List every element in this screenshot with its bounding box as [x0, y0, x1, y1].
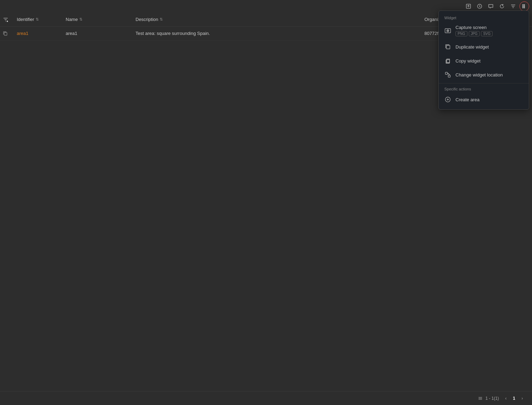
identifier-sort-icon: ⇅ — [36, 17, 39, 22]
row-copy-icon[interactable] — [3, 31, 17, 36]
capture-screen-label: Capture screen — [456, 25, 493, 30]
next-page-button[interactable]: › — [518, 394, 526, 403]
widget-section-label: Widget — [439, 14, 529, 21]
create-area-item[interactable]: Create area — [439, 93, 529, 106]
change-widget-location-icon — [444, 71, 451, 78]
row-name: area1 — [66, 31, 136, 36]
svg-rect-13 — [446, 45, 450, 49]
refresh-icon[interactable] — [497, 1, 507, 11]
svg-rect-9 — [4, 32, 7, 35]
png-badge: PNG — [456, 31, 467, 36]
duplicate-widget-item[interactable]: Duplicate widget — [439, 40, 529, 54]
name-label: Name — [66, 17, 78, 22]
prev-page-button[interactable]: ‹ — [502, 394, 510, 403]
pagination-rows-icon — [478, 396, 483, 401]
pagination-bar: 1 - 1(1) ‹ 1 › — [0, 391, 532, 405]
svg-point-12 — [447, 30, 448, 31]
current-page: 1 — [513, 396, 515, 401]
svg-point-7 — [524, 7, 525, 8]
filter-column-header[interactable] — [3, 17, 17, 22]
description-column-header[interactable]: Description ⇅ — [136, 17, 424, 22]
create-area-icon — [444, 96, 451, 103]
svg-point-2 — [523, 5, 523, 5]
specific-actions-label: Specific actions — [439, 85, 529, 93]
identifier-column-header[interactable]: Identifier ⇅ — [17, 17, 66, 22]
duplicate-widget-icon — [444, 43, 451, 50]
copy-widget-label: Copy widget — [456, 58, 481, 64]
create-area-label: Create area — [456, 97, 480, 102]
change-widget-location-label: Change widget location — [456, 72, 503, 78]
row-description: Test area: square surrounding Spain. — [136, 31, 424, 36]
row-identifier[interactable]: area1 — [17, 31, 66, 36]
copy-widget-item[interactable]: Copy widget — [439, 54, 529, 68]
svg-point-4 — [523, 7, 523, 8]
capture-badges: PNG JPG SVG — [456, 31, 493, 36]
filter-icon[interactable] — [508, 1, 518, 11]
svg-badge: SVG — [481, 31, 493, 36]
pagination-info: 1 - 1(1) — [486, 396, 499, 401]
change-widget-location-item[interactable]: Change widget location — [439, 68, 529, 82]
svg-point-5 — [524, 5, 525, 5]
svg-point-6 — [524, 6, 525, 7]
menu-icon[interactable] — [519, 1, 529, 11]
context-menu: Widget Capture screen PNG JPG SVG — [438, 10, 529, 110]
svg-point-3 — [523, 6, 523, 7]
description-label: Description — [136, 17, 158, 22]
menu-divider — [439, 83, 529, 83]
capture-screen-item[interactable]: Capture screen PNG JPG SVG — [439, 21, 529, 40]
copy-widget-icon — [444, 57, 451, 64]
history-icon[interactable] — [475, 1, 484, 11]
name-sort-icon: ⇅ — [79, 17, 82, 22]
description-sort-icon: ⇅ — [160, 17, 163, 22]
identifier-label: Identifier — [17, 17, 34, 22]
svg-rect-15 — [445, 72, 447, 74]
jpg-badge: JPG — [469, 31, 480, 36]
export-icon[interactable] — [464, 1, 473, 11]
comment-icon[interactable] — [486, 1, 496, 11]
duplicate-widget-label: Duplicate widget — [456, 44, 489, 50]
name-column-header[interactable]: Name ⇅ — [66, 17, 136, 22]
capture-screen-icon — [444, 27, 451, 34]
